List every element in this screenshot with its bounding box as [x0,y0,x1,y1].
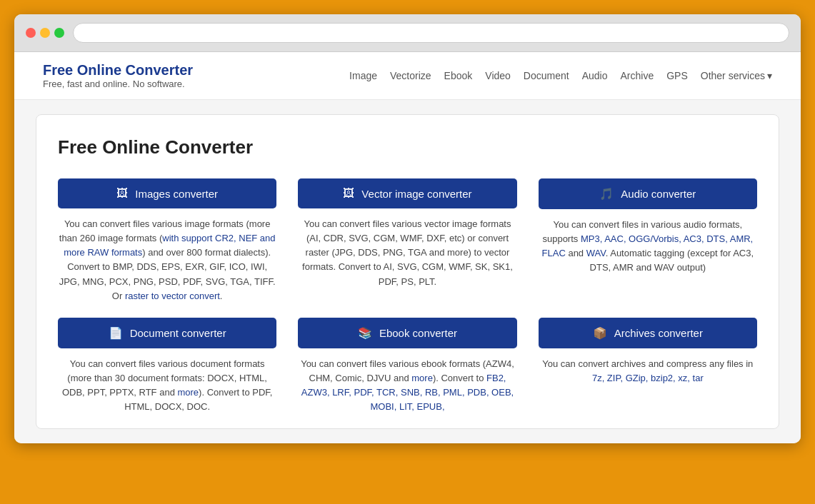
vector-converter-button[interactable]: 🖼 Vector image converter [298,178,516,208]
doc-more-link[interactable]: more [177,387,199,398]
raster-to-vector-link[interactable]: raster to vector convert [125,291,220,301]
wav-link[interactable]: WAV [586,248,606,258]
ebook-icon: 📚 [358,326,372,340]
nav-document[interactable]: Document [524,70,569,81]
browser-chrome [14,14,801,52]
vector-icon: 🖼 [343,187,354,200]
ebook-converter-label: Ebook converter [379,327,457,339]
site-header: Free Online Converter Free, fast and onl… [14,52,801,100]
converter-card: Free Online Converter 🖼 Images converter… [36,114,779,429]
chevron-down-icon: ▾ [767,70,772,81]
raw-formats-link[interactable]: with support CR2, NEF and more RAW forma… [64,233,275,258]
audio-converter-button[interactable]: 🎵 Audio converter [539,178,757,209]
nav-other-services-label: Other services [701,70,765,81]
images-converter-button[interactable]: 🖼 Images converter [58,178,276,208]
document-converter-desc: You can convert files various document f… [58,357,276,415]
archives-converter-item: 📦 Archives converter You can convert arc… [539,318,757,415]
ebook-converter-item: 📚 Ebook converter You can convert files … [298,318,516,415]
archive-formats-link[interactable]: 7z, ZIP, GZip, bzip2, xz, tar [592,373,704,383]
audio-icon: 🎵 [599,187,614,201]
maximize-button[interactable] [54,28,64,38]
close-button[interactable] [26,28,36,38]
browser-window: Free Online Converter Free, fast and onl… [14,14,801,443]
archives-converter-desc: You can convert archives and compress an… [539,357,757,385]
images-converter-desc: You can convert files various image form… [58,217,276,303]
image-icon: 🖼 [116,187,128,200]
ebook-formats-link[interactable]: FB2, AZW3, LRF, PDF, TCR, SNB, RB, PML, … [301,373,514,412]
site-title[interactable]: Free Online Converter [43,62,193,79]
ebook-converter-button[interactable]: 📚 Ebook converter [298,318,516,348]
nav-gps[interactable]: GPS [666,70,688,81]
main-content: Free Online Converter 🖼 Images converter… [14,100,801,443]
nav-vectorize[interactable]: Vectorize [390,70,431,81]
converters-grid: 🖼 Images converter You can convert files… [58,178,757,414]
nav-archive[interactable]: Archive [620,70,654,81]
images-converter-item: 🖼 Images converter You can convert files… [58,178,276,303]
ebook-converter-desc: You can convert files various ebook form… [298,357,516,415]
site-subtitle: Free, fast and online. No software. [43,79,193,89]
document-icon: 📄 [109,326,123,340]
archives-icon: 📦 [593,326,607,340]
audio-converter-label: Audio converter [621,188,696,200]
document-converter-item: 📄 Document converter You can convert fil… [58,318,276,415]
nav-image[interactable]: Image [349,70,377,81]
nav-ebook[interactable]: Ebook [444,70,473,81]
site-nav: Image Vectorize Ebook Video Document Aud… [349,70,772,81]
document-converter-label: Document converter [130,327,226,339]
images-converter-label: Images converter [135,188,218,200]
document-converter-button[interactable]: 📄 Document converter [58,318,276,348]
vector-converter-desc: You can convert files various vector ima… [298,217,516,289]
site-brand: Free Online Converter Free, fast and onl… [43,62,193,89]
nav-other-services[interactable]: Other services ▾ [701,70,772,81]
audio-formats-link[interactable]: MP3, AAC, OGG/Vorbis, AC3, DTS, AMR, FLA… [542,233,754,258]
nav-audio[interactable]: Audio [582,70,608,81]
archives-converter-button[interactable]: 📦 Archives converter [539,318,757,348]
audio-converter-item: 🎵 Audio converter You can convert files … [539,178,757,303]
audio-converter-desc: You can convert files in various audio f… [539,218,757,276]
archives-converter-label: Archives converter [614,327,703,339]
address-bar[interactable] [73,23,789,43]
vector-converter-label: Vector image converter [361,188,471,200]
card-title: Free Online Converter [58,136,757,158]
nav-video[interactable]: Video [485,70,511,81]
vector-converter-item: 🖼 Vector image converter You can convert… [298,178,516,303]
ebook-more-link[interactable]: more [411,373,433,383]
traffic-lights [26,28,64,38]
browser-content: Free Online Converter Free, fast and onl… [14,52,801,443]
minimize-button[interactable] [40,28,50,38]
